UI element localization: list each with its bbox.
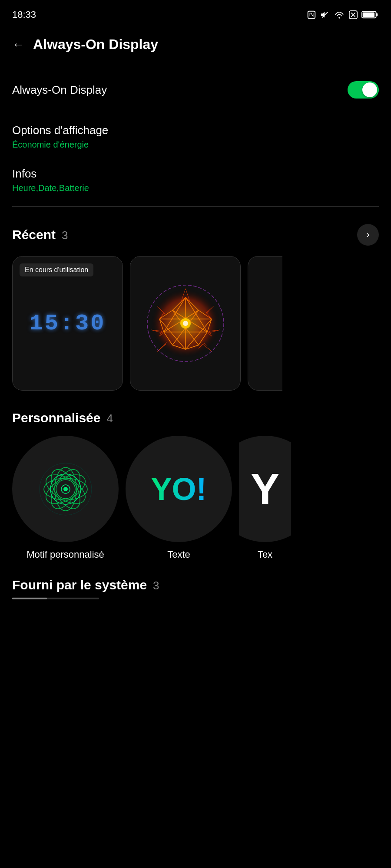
- display-options-title: Options d'affichage: [12, 124, 379, 137]
- personalized-item-y-partial: Y Tex: [239, 436, 291, 560]
- recent-title-group: Récent 3: [12, 227, 68, 242]
- system-title-group: Fourni par le système 3: [12, 578, 379, 592]
- svg-point-12: [183, 321, 188, 326]
- svg-rect-7: [376, 13, 378, 16]
- svg-rect-0: [308, 11, 315, 19]
- recent-header: Récent 3 ›: [12, 224, 379, 246]
- page-header: ← Always-On Display: [0, 26, 391, 65]
- infos-section: Infos Heure,Date,Batterie: [0, 158, 391, 202]
- yo-label: Texte: [167, 549, 190, 560]
- flower-circle: [12, 436, 119, 542]
- personalized-title: Personnalisée: [12, 411, 100, 425]
- system-count: 3: [153, 579, 159, 592]
- flower-label: Motif personnalisé: [27, 549, 104, 560]
- wifi-icon: [334, 10, 345, 20]
- yo-text: YO!: [151, 471, 206, 507]
- aod-toggle-label: Always-On Display: [12, 83, 107, 97]
- y-circle: Y: [239, 436, 291, 542]
- system-title: Fourni par le système: [12, 578, 147, 592]
- recent-card-flame[interactable]: [130, 256, 241, 391]
- toggle-knob: [362, 82, 377, 97]
- scroll-thumb: [12, 598, 47, 599]
- infos-subtitle[interactable]: Heure,Date,Batterie: [12, 183, 379, 193]
- scroll-indicator: [12, 598, 99, 599]
- aod-toggle-section: Always-On Display: [0, 65, 391, 115]
- personalized-item-yo[interactable]: YO! Texte: [126, 436, 232, 560]
- personalized-circles-row: Motif personnalisé YO! Texte Y Tex: [12, 436, 379, 560]
- mute-icon: [320, 10, 330, 20]
- status-bar: 18:33: [0, 0, 391, 26]
- status-icons: [307, 10, 379, 20]
- status-time: 18:33: [12, 9, 36, 20]
- y-text: Y: [251, 464, 280, 514]
- card-tag-in-use: En cours d'utilisation: [20, 263, 93, 276]
- recent-card-clock[interactable]: En cours d'utilisation 15:30: [12, 256, 123, 391]
- recent-section: Récent 3 › En cours d'utilisation 15:30: [0, 211, 391, 398]
- aod-toggle-row: Always-On Display: [12, 73, 379, 106]
- recent-title: Récent: [12, 227, 56, 242]
- recent-count: 3: [62, 229, 68, 242]
- battery-icon: [361, 10, 379, 20]
- y-label: Tex: [258, 549, 272, 560]
- divider: [12, 206, 379, 207]
- system-section: Fourni par le système 3: [0, 567, 391, 606]
- recent-card-partial: [248, 256, 282, 391]
- personalized-count: 4: [106, 412, 113, 425]
- aod-toggle[interactable]: [348, 81, 379, 99]
- back-button[interactable]: ←: [12, 39, 24, 51]
- personalized-title-group: Personnalisée 4: [12, 411, 113, 425]
- svg-point-2: [338, 17, 340, 18]
- display-options-subtitle[interactable]: Économie d'énergie: [12, 140, 379, 150]
- infos-title: Infos: [12, 167, 379, 181]
- page-title: Always-On Display: [33, 36, 158, 53]
- yo-circle: YO!: [126, 436, 232, 542]
- personalized-header: Personnalisée 4: [12, 411, 379, 425]
- flower-svg: [31, 454, 100, 524]
- svg-point-23: [63, 487, 68, 491]
- svg-rect-8: [363, 13, 374, 17]
- personalized-item-flower[interactable]: Motif personnalisé: [12, 436, 119, 560]
- display-options-section: Options d'affichage Économie d'énergie: [0, 115, 391, 158]
- recent-chevron-button[interactable]: ›: [357, 224, 379, 246]
- x-icon: [348, 10, 358, 20]
- clock-display: 15:30: [29, 311, 106, 336]
- personalized-section: Personnalisée 4: [0, 398, 391, 567]
- nfc-icon: [307, 10, 316, 20]
- flame-svg: [142, 280, 229, 367]
- recent-cards-row: En cours d'utilisation 15:30: [12, 256, 379, 391]
